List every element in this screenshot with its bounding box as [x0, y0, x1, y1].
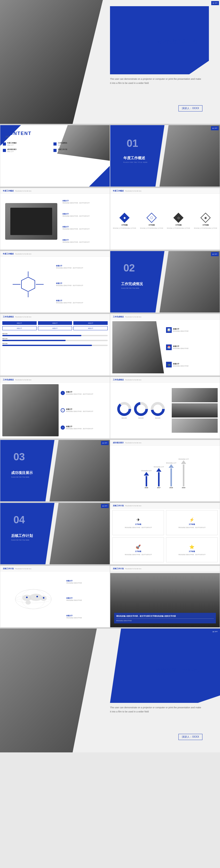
contents-item-0: 年度工作概述 请输入文字	[3, 142, 51, 146]
contents-item-text-3: 后续工作计划 请输入文字	[58, 148, 67, 152]
corner-br	[89, 166, 110, 187]
section04-title: 后续工作计划 PLACE FOR THE TITLE HERE	[11, 534, 33, 541]
hexagon-content: 标题文字 请在此处输入您的文字内容，该文字为演示文字 标题文字 请在此处输入您的…	[2, 258, 108, 310]
annual-text-cols: 标题文字 请在此处输入您的文字内容，该文字为演示文字 标题文字 请在此处输入您的…	[62, 195, 108, 247]
section02-logo: 澳门PPT	[211, 252, 219, 256]
progress-item-0: 项目名称	[2, 333, 108, 336]
pie-charts: 图表说明 图表说明 图表说明	[112, 402, 170, 419]
arm-right	[36, 284, 44, 285]
arrow-shaft-3	[183, 464, 184, 486]
charts-content: 图表说明 图表说明 图表说明	[112, 384, 218, 436]
pie-svg-1	[134, 402, 148, 416]
arrow-shaft-1	[158, 472, 160, 486]
building-overlay: 请在此处输入您的文字内容，该文字为演示文字请在此处输入您的文字内容 请在此处输入…	[114, 576, 216, 623]
hex-item-0: 标题文字 请在此处输入您的文字内容，该文字为演示文字	[56, 265, 108, 269]
slide-ending: 澳门PPT 201X 谢谢观看，欢迎使用 The user can demons…	[0, 628, 220, 752]
slide-plan: 后续工作计划 Placeholder for the title here ✈ …	[110, 503, 220, 564]
icons4-header: 年度工作概述 Placeholder for the title here	[110, 188, 220, 194]
hex-item-1: 标题文字 请在此处输入您的文字内容，该文字为演示文字	[56, 282, 108, 287]
icon-item-1: ⬡ 文字标题 请在此输入文字内容请在此输入文字内容	[139, 195, 164, 247]
cover-year: 201X	[156, 22, 202, 36]
tag-4: 标题文字	[38, 326, 72, 330]
contents-item-3: 后续工作计划 请输入文字	[53, 148, 102, 152]
contents-item-1: 工作完成情况 请输入文字	[53, 142, 102, 146]
work-icon-item-0: 📊 标题文字 请在此处输入您的文字内容	[166, 327, 218, 333]
arrow-up-1	[156, 468, 161, 472]
progress-item-2: 项目名称	[2, 343, 108, 346]
work-arch-photo	[112, 321, 164, 373]
hex-center	[20, 277, 36, 292]
wi-text-2: 标题文字 请在此处输入您的文字内容	[173, 363, 189, 367]
progress-fill-0	[2, 335, 81, 336]
pie-svg-0	[117, 402, 132, 416]
annual-col-0: 标题文字 请在此处输入您的文字内容，该文字为演示文字	[62, 200, 108, 204]
section03-arch-bg	[50, 440, 110, 501]
icon-diamond-2: ◇	[173, 213, 184, 223]
wm-item-1: 标题文字 请在此处输入您的文字内容	[66, 597, 108, 601]
section02-num-block: 02	[123, 262, 135, 274]
wi-icon-0: 📊	[166, 327, 172, 333]
ending-author: 演讲人：XXXX	[178, 734, 202, 740]
num-item-0: 1 标题文字 请在此处输入您的文字内容，该文字为演示文字	[61, 391, 108, 395]
contents-menu: 年度工作概述 请输入文字 工作完成情况 请输入文字 成功项目展示 请输入文字	[3, 142, 102, 152]
annual-col-2: 标题文字 请在此处输入您的文字内容，该文字为演示文字	[62, 226, 108, 230]
section01-title: 年度工作概述 PLACE FOR THE TITLE HERE	[123, 156, 148, 163]
tag-5: 标题文字	[73, 326, 108, 330]
ending-logo: 澳门PPT	[211, 629, 219, 634]
icons4-row: ◆ 文字标题 请在此输入文字内容请在此输入文字内容 ⬡ 文字标题 请在此输入文字…	[112, 195, 218, 247]
work-imgtext-content: 1 标题文字 请在此处输入您的文字内容，该文字为演示文字 2 标题文字 请在此处…	[2, 384, 108, 436]
row-7: 03 成功项目展示 PLACE FOR THE TITLE HERE 澳门PPT…	[0, 440, 220, 502]
laptop-screen	[10, 208, 52, 235]
num-circle-1: 2	[61, 408, 65, 412]
numbered-items: 1 标题文字 请在此处输入您的文字内容，该文字为演示文字 2 标题文字 请在此处…	[61, 384, 108, 436]
worldmap-items: 标题文字 请在此处输入您的文字内容 标题文字 请在此处输入您的文字内容 标题文字…	[66, 573, 108, 625]
icon-item-2: ◇ 文字标题 请在此输入文字内容请在此输入文字内容	[166, 195, 191, 247]
ending-arch-bg	[0, 628, 121, 752]
hex-text-items: 标题文字 请在此处输入您的文字内容，该文字为演示文字 标题文字 请在此处输入您的…	[56, 258, 108, 310]
blue-overlay-box: 请在此处输入您的文字内容，该文字为演示文字请在此处输入您的文字内容 请在此处输入…	[114, 613, 216, 623]
svg-point-12	[29, 594, 43, 601]
slide-section03: 03 成功项目展示 PLACE FOR THE TITLE HERE 澳门PPT	[0, 440, 110, 502]
ending-title-block: 201X 谢谢观看，欢迎使用	[156, 651, 202, 674]
num-text-0: 标题文字 请在此处输入您的文字内容，该文字为演示文字	[66, 391, 93, 395]
worldmap-content: 标题文字 请在此处输入您的文字内容 标题文字 请在此处输入您的文字内容 标题文字…	[2, 573, 108, 625]
building-photo-1	[172, 403, 218, 417]
section04-num: 04	[13, 514, 25, 526]
tag-1: 标题文字	[38, 321, 72, 325]
work-tags-content: 标题文字 标题文字 标题文字 标题文字 标题文字 标题文字 项目名称 项目名称	[2, 321, 108, 373]
arm-bottom	[28, 292, 28, 297]
slide-worldmap: 后续工作计划 Placeholder for the title here	[0, 566, 110, 627]
icons4-content: ◆ 文字标题 请在此输入文字内容请在此输入文字内容 ⬡ 文字标题 请在此输入文字…	[112, 195, 218, 247]
svg-point-17	[43, 597, 45, 599]
section04-logo: 澳门PPT	[101, 504, 109, 508]
row-9: 后续工作计划 Placeholder for the title here	[0, 566, 220, 627]
arrow-col-3: 请在此处输入文字 2019	[178, 458, 189, 489]
worldmap-header: 后续工作计划 Placeholder for the title here	[0, 566, 110, 571]
row-8: 04 后续工作计划 PLACE FOR THE TITLE HERE 澳门PPT…	[0, 503, 220, 564]
wi-icon-2: 📹	[166, 362, 172, 367]
work-icons-content: 📊 标题文字 请在此处输入您的文字内容 📅 标题文字 请在此处输入您的文字内容 …	[112, 321, 218, 373]
icon-item-0: ◆ 文字标题 请在此输入文字内容请在此输入文字内容	[112, 195, 137, 247]
work-icon-item-1: 📅 标题文字 请在此处输入您的文字内容	[166, 344, 218, 350]
icon-2	[3, 149, 6, 152]
slide-icons4: 年度工作概述 Placeholder for the title here ◆ …	[110, 188, 220, 250]
svg-point-14	[26, 600, 31, 604]
arrows-header: 成功项目展示 Placeholder for the title here	[110, 440, 220, 445]
tag-3: 标题文字	[2, 326, 37, 330]
slide-work-icons: 工作完成情况 Placeholder for the title here 📊 …	[110, 314, 220, 376]
work-tags-header: 工作完成情况 Placeholder for the title here	[0, 314, 110, 320]
charts-header: 工作完成情况 Placeholder for the title here	[110, 377, 220, 383]
section02-title-block: 工作完成情况 PLACE FOR THE TITLE HERE	[121, 282, 143, 289]
slide-section04: 04 后续工作计划 PLACE FOR THE TITLE HERE 澳门PPT	[0, 503, 110, 564]
arrow-col-0: 请在此处输入文字 2016	[141, 470, 152, 489]
progress-fill-2	[2, 345, 92, 346]
slide-hexagon: 年度工作概述 Placeholder for the title here	[0, 251, 110, 313]
arrow-shaft-2	[170, 468, 172, 486]
slide-building-text: 后续工作计划 Placeholder for the title here 请在…	[110, 566, 220, 627]
arrow-col-1: 请在此处输入文字 2017	[154, 466, 164, 489]
hex-diagram-area	[2, 258, 54, 310]
section04-arch-bg	[50, 503, 110, 564]
cover-subtitle: 商业策划方案计划书	[156, 38, 202, 45]
building-photo-0	[172, 388, 218, 402]
icon-diamond-0: ◆	[119, 213, 130, 223]
